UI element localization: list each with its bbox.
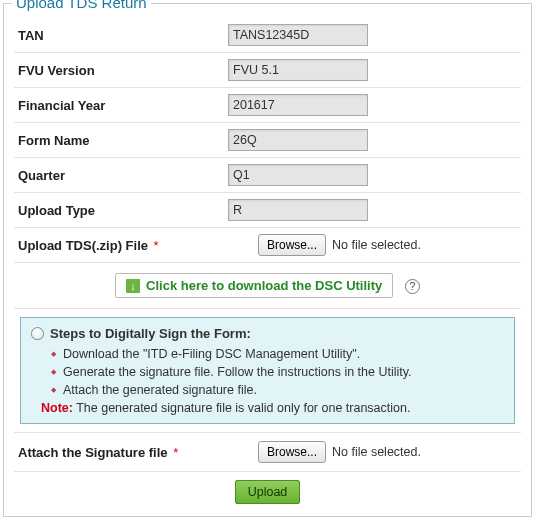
value-form: 26Q — [228, 129, 368, 151]
panel-title: Upload TDS Return — [12, 0, 151, 11]
label-upload-type: Upload Type — [18, 203, 228, 218]
list-item: Attach the generated signature file. — [51, 383, 504, 397]
browse-tds-file-button[interactable]: Browse... — [258, 234, 326, 256]
signature-file-status: No file selected. — [332, 445, 421, 459]
steps-box: Steps to Digitally Sign the Form: Downlo… — [20, 317, 515, 424]
row-upload-type: Upload Type R — [14, 193, 521, 228]
note-text: The generated signature file is valid on… — [73, 401, 410, 415]
row-form: Form Name 26Q — [14, 123, 521, 158]
label-quarter: Quarter — [18, 168, 228, 183]
download-dsc-utility-button[interactable]: ↓ Click here to download the DSC Utility — [115, 273, 393, 298]
label-form: Form Name — [18, 133, 228, 148]
label-fvu: FVU Version — [18, 63, 228, 78]
steps-title-text: Steps to Digitally Sign the Form: — [50, 326, 251, 341]
upload-button[interactable]: Upload — [235, 480, 301, 504]
browse-signature-file-button[interactable]: Browse... — [258, 441, 326, 463]
row-fy: Financial Year 201617 — [14, 88, 521, 123]
help-icon[interactable]: ? — [405, 279, 420, 294]
tds-file-status: No file selected. — [332, 238, 421, 252]
download-dsc-utility-label: Click here to download the DSC Utility — [146, 278, 382, 293]
dsc-download-bar: ↓ Click here to download the DSC Utility… — [14, 263, 521, 309]
required-mark: * — [150, 238, 159, 253]
lightbulb-icon — [31, 327, 44, 340]
value-fy: 201617 — [228, 94, 368, 116]
row-quarter: Quarter Q1 — [14, 158, 521, 193]
list-item: Generate the signature file. Follow the … — [51, 365, 504, 379]
steps-title: Steps to Digitally Sign the Form: — [31, 326, 504, 341]
required-mark: * — [170, 445, 179, 460]
label-tds-file: Upload TDS(.zip) File * — [18, 238, 228, 253]
row-tds-file: Upload TDS(.zip) File * Browse... No fil… — [14, 228, 521, 263]
row-tan: TAN TANS12345D — [14, 18, 521, 53]
note-label: Note: — [41, 401, 73, 415]
steps-list: Download the "ITD e-Filing DSC Managemen… — [51, 347, 504, 397]
upload-tds-return-panel: Upload TDS Return TAN TANS12345D FVU Ver… — [3, 3, 532, 517]
label-signature-file: Attach the Signature file * — [18, 445, 228, 460]
value-fvu: FVU 5.1 — [228, 59, 368, 81]
row-signature-file: Attach the Signature file * Browse... No… — [14, 432, 521, 472]
note-line: Note: The generated signature file is va… — [41, 401, 504, 415]
value-upload-type: R — [228, 199, 368, 221]
label-signature-file-text: Attach the Signature file — [18, 445, 168, 460]
download-arrow-icon: ↓ — [126, 279, 140, 293]
list-item: Download the "ITD e-Filing DSC Managemen… — [51, 347, 504, 361]
upload-bar: Upload — [14, 472, 521, 504]
value-tan: TANS12345D — [228, 24, 368, 46]
value-quarter: Q1 — [228, 164, 368, 186]
label-fy: Financial Year — [18, 98, 228, 113]
label-tds-file-text: Upload TDS(.zip) File — [18, 238, 148, 253]
row-fvu: FVU Version FVU 5.1 — [14, 53, 521, 88]
label-tan: TAN — [18, 28, 228, 43]
